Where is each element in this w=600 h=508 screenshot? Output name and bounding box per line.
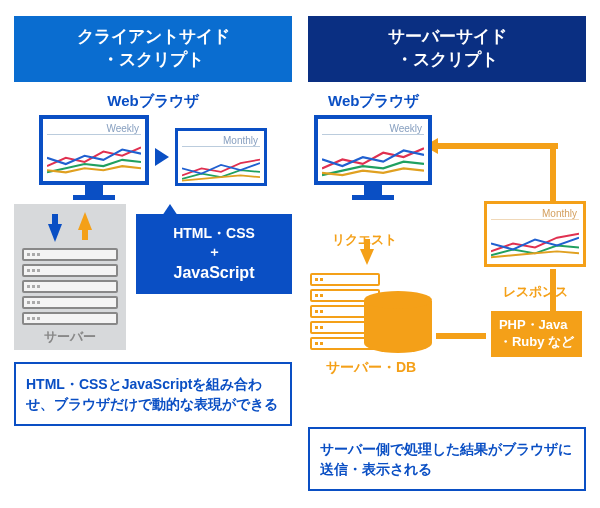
diagram-container: クライアントサイド ・スクリプト Webブラウザ Weekly xyxy=(0,0,600,507)
browser-row-left: Weekly Monthly xyxy=(14,115,292,200)
response-monitor: Monthly xyxy=(484,201,586,267)
connector-line xyxy=(436,333,486,339)
server-label: サーバー xyxy=(22,328,118,346)
chart-icon xyxy=(491,222,579,261)
server-side-panel: サーバーサイド ・スクリプト Webブラウザ Weekly xyxy=(308,16,586,491)
chart-icon xyxy=(322,137,424,182)
lang-line-1: PHP・Java xyxy=(499,317,574,334)
screen-label-monthly-right: Monthly xyxy=(491,208,579,220)
chart-icon xyxy=(47,137,141,179)
lang-line-2: ・Ruby など xyxy=(499,334,574,351)
chart-icon xyxy=(182,149,260,184)
response-label: レスポンス xyxy=(503,283,568,301)
client-side-description: HTML・CSSとJavaScriptを組み合わせ、ブラウザだけで動的な表現がで… xyxy=(14,362,292,427)
server-side-header: サーバーサイド ・スクリプト xyxy=(308,16,586,82)
callout-plus: ＋ xyxy=(146,243,282,261)
monitor-weekly: Weekly xyxy=(39,115,149,200)
browser-title-left: Webブラウザ xyxy=(14,92,292,111)
arrow-right-icon xyxy=(155,148,169,166)
server-box: サーバー xyxy=(14,204,126,350)
connector-line xyxy=(550,143,556,201)
tech-callout: HTML・CSS ＋ JavaScript xyxy=(136,214,292,294)
callout-html-css: HTML・CSS xyxy=(173,225,255,241)
screen-label-monthly: Monthly xyxy=(182,135,260,147)
server-db-label: サーバー・DB xyxy=(326,359,416,377)
server-side-description: サーバー側で処理した結果がブラウザに送信・表示される xyxy=(308,427,586,492)
arrow-up-icon xyxy=(78,212,92,230)
server-languages-box: PHP・Java ・Ruby など xyxy=(491,311,582,357)
right-stage: Weekly リクエスト xyxy=(308,115,586,415)
client-side-panel: クライアントサイド ・スクリプト Webブラウザ Weekly xyxy=(14,16,292,491)
database-icon xyxy=(364,291,432,353)
client-side-header: クライアントサイド ・スクリプト xyxy=(14,16,292,82)
arrow-down-icon xyxy=(360,249,374,265)
callout-javascript: JavaScript xyxy=(174,264,255,281)
browser-title-right: Webブラウザ xyxy=(328,92,586,111)
screen-label-weekly: Weekly xyxy=(47,123,141,135)
screen-label-weekly-right: Weekly xyxy=(322,123,424,135)
connector-line xyxy=(436,143,558,149)
browser-right: Weekly xyxy=(314,115,432,200)
monitor-monthly: Monthly xyxy=(175,128,267,186)
arrow-down-icon xyxy=(48,224,62,242)
server-rack-icon xyxy=(22,248,118,325)
below-row-left: サーバー HTML・CSS ＋ JavaScript xyxy=(14,204,292,350)
